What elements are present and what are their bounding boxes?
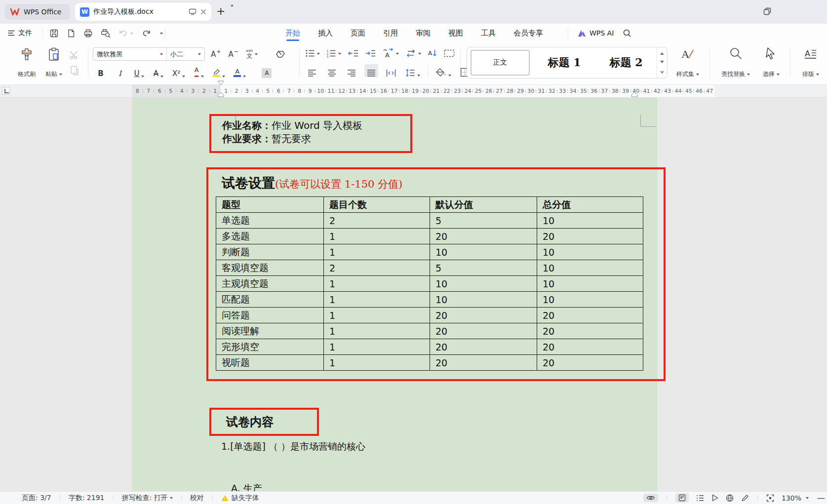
table-cell[interactable]: 问答题 xyxy=(216,308,324,323)
table-cell[interactable]: 5 xyxy=(430,260,537,276)
table-cell[interactable]: 10 xyxy=(430,244,537,260)
table-cell[interactable]: 1 xyxy=(324,323,430,339)
gallery-up-icon[interactable] xyxy=(660,50,664,55)
outline-view-icon[interactable] xyxy=(696,495,704,502)
convert-button[interactable] xyxy=(405,49,421,58)
zoom-out-button[interactable]: — xyxy=(816,493,826,503)
align-left-button[interactable] xyxy=(305,64,319,77)
table-cell[interactable]: 10 xyxy=(430,292,537,308)
sort-button[interactable]: A xyxy=(428,48,437,58)
menu-tab-引用[interactable]: 引用 xyxy=(382,24,399,42)
menu-tab-工具[interactable]: 工具 xyxy=(479,24,497,42)
table-cell[interactable]: 多选题 xyxy=(216,229,324,244)
assignment-name-line[interactable]: 作业名称：作业 Word 导入模板 xyxy=(222,119,410,132)
gallery-expand-icon[interactable] xyxy=(660,71,664,76)
table-cell[interactable]: 2 xyxy=(324,213,430,229)
menu-tab-开始[interactable]: 开始 xyxy=(284,24,302,42)
ink-pen-icon[interactable] xyxy=(741,494,749,502)
table-cell[interactable]: 10 xyxy=(537,292,643,308)
table-cell[interactable]: 1 xyxy=(324,292,430,308)
menu-tab-页面[interactable]: 页面 xyxy=(349,24,367,42)
table-cell[interactable]: 单选题 xyxy=(216,213,324,229)
paste-button[interactable]: 粘贴 xyxy=(42,47,65,78)
table-cell[interactable]: 20 xyxy=(430,323,537,339)
left-indent-marker[interactable] xyxy=(217,92,224,97)
right-indent-marker[interactable] xyxy=(631,92,638,97)
menu-tab-插入[interactable]: 插入 xyxy=(316,24,334,42)
table-cell[interactable]: 10 xyxy=(537,260,643,276)
question-line[interactable]: 1.[单选题] （ ）是市场营销的核心 xyxy=(221,440,365,453)
table-header-cell[interactable]: 默认分值 xyxy=(430,197,537,213)
increase-indent-button[interactable] xyxy=(365,49,376,58)
table-cell[interactable]: 20 xyxy=(430,229,537,244)
table-cell[interactable]: 1 xyxy=(324,308,430,323)
proofread-button[interactable]: 校对 xyxy=(190,494,204,503)
text-direction-button[interactable]: A xyxy=(382,48,399,58)
decrease-font-button[interactable]: A− xyxy=(226,47,239,61)
play-view-icon[interactable] xyxy=(711,494,718,502)
table-cell[interactable]: 1 xyxy=(324,339,430,355)
share-screen-icon[interactable] xyxy=(189,8,197,15)
table-cell[interactable]: 阅读理解 xyxy=(216,323,324,339)
increase-font-button[interactable]: A+ xyxy=(209,47,222,61)
file-menu-button[interactable]: 文件 xyxy=(8,24,32,42)
text-effects-button[interactable]: A xyxy=(192,65,206,78)
page-view-icon[interactable] xyxy=(675,493,689,503)
highlight-button[interactable] xyxy=(211,65,227,78)
paper-settings-title[interactable]: 试卷设置(试卷可以设置 1-150 分值) xyxy=(222,174,664,192)
export-pdf-icon[interactable] xyxy=(67,29,76,38)
align-right-button[interactable] xyxy=(345,64,358,77)
table-cell[interactable]: 20 xyxy=(430,355,537,371)
table-cell[interactable]: 20 xyxy=(537,323,643,339)
font-color-button[interactable]: A xyxy=(232,65,247,78)
menu-tab-审阅[interactable]: 审阅 xyxy=(414,24,432,42)
line-spacing-button[interactable] xyxy=(404,64,422,77)
table-cell[interactable]: 1 xyxy=(324,244,430,260)
table-header-cell[interactable]: 题目个数 xyxy=(324,197,430,213)
font-name-select[interactable]: 微软雅黑 xyxy=(93,48,166,60)
table-cell[interactable]: 匹配题 xyxy=(216,292,324,308)
document-tab[interactable]: W 作业导入模板.docx xyxy=(75,3,211,21)
table-cell[interactable]: 10 xyxy=(537,213,643,229)
wps-ai-button[interactable]: WPS AI xyxy=(577,29,614,38)
table-header-cell[interactable]: 总分值 xyxy=(537,197,643,213)
table-cell[interactable]: 20 xyxy=(537,229,643,244)
eye-protect-icon[interactable] xyxy=(643,494,658,502)
table-cell[interactable]: 5 xyxy=(430,213,537,229)
restore-window-icon[interactable] xyxy=(763,7,771,15)
table-cell[interactable]: 完形填空 xyxy=(216,339,324,355)
print-preview-icon[interactable] xyxy=(101,29,111,38)
fullscreen-icon[interactable] xyxy=(766,494,774,502)
missing-font-warning[interactable]: 缺失字体 xyxy=(221,494,259,503)
table-cell[interactable]: 2 xyxy=(324,260,430,276)
gallery-down-icon[interactable] xyxy=(660,61,664,65)
assignment-info-box[interactable]: 作业名称：作业 Word 导入模板 作业要求：暂无要求 xyxy=(209,114,412,153)
save-icon[interactable] xyxy=(49,29,59,38)
table-cell[interactable]: 视听题 xyxy=(216,355,324,371)
clear-format-button[interactable] xyxy=(273,47,287,61)
document-area[interactable]: 作业名称：作业 Word 导入模板 作业要求：暂无要求 试卷设置(试卷可以设置 … xyxy=(0,98,827,491)
style-set-button[interactable]: A 样式集 xyxy=(672,47,703,78)
word-count[interactable]: 字数: 2191 xyxy=(69,494,105,503)
table-cell[interactable]: 1 xyxy=(324,355,430,371)
page-indicator[interactable]: 页面: 3/7 xyxy=(22,494,51,503)
table-cell[interactable]: 20 xyxy=(537,308,643,323)
bullet-list-button[interactable] xyxy=(305,49,320,58)
table-cell[interactable]: 20 xyxy=(430,308,537,323)
paper-settings-box[interactable]: 试卷设置(试卷可以设置 1-150 分值) 题型题目个数默认分值总分值单选题25… xyxy=(206,167,666,381)
justify-button[interactable] xyxy=(364,64,378,77)
partial-option-line[interactable]: A. 生产 xyxy=(231,482,262,491)
first-line-indent-marker[interactable] xyxy=(217,80,224,85)
style-normal[interactable]: 正文 xyxy=(471,50,530,76)
underline-button[interactable]: U xyxy=(132,65,146,78)
select-button[interactable]: 选择 xyxy=(757,47,785,78)
italic-button[interactable]: I xyxy=(113,65,127,78)
tab-list-chevron-icon[interactable] xyxy=(231,5,234,8)
table-cell[interactable]: 10 xyxy=(430,276,537,292)
assignment-requirement-line[interactable]: 作业要求：暂无要求 xyxy=(222,132,410,146)
style-heading2[interactable]: 标题 2 xyxy=(599,47,653,78)
table-cell[interactable]: 10 xyxy=(537,276,643,292)
char-shading-button[interactable]: A xyxy=(260,65,274,78)
spellcheck-toggle[interactable]: 拼写检查: 打开 xyxy=(122,494,173,503)
align-center-button[interactable] xyxy=(325,64,339,77)
